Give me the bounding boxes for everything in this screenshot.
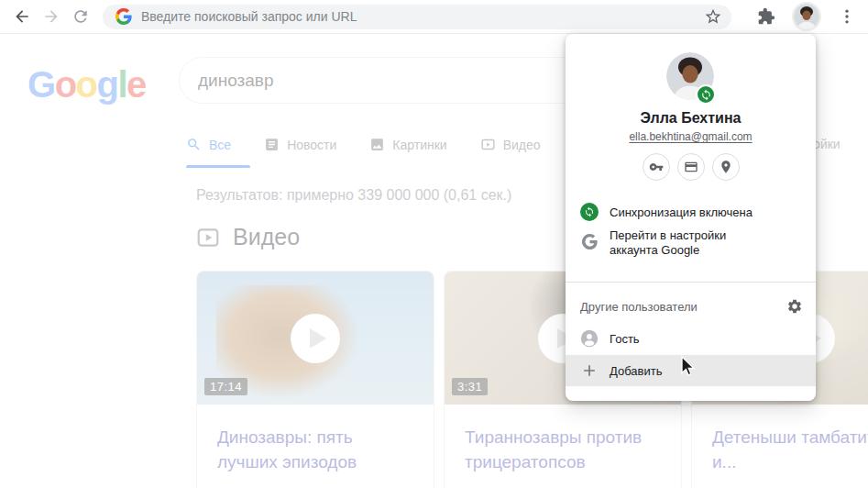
- plus-icon: [580, 361, 599, 380]
- passwords-button[interactable]: [643, 153, 670, 181]
- sync-status-row[interactable]: Синхронизация включена: [566, 195, 816, 228]
- avatar-image: [794, 4, 819, 29]
- tab-news[interactable]: Новости: [264, 137, 336, 152]
- payments-button[interactable]: [677, 153, 705, 181]
- credit-card-icon: [684, 160, 698, 174]
- video-duration-badge: 3:31: [452, 378, 488, 395]
- video-icon: [480, 137, 496, 152]
- tab-all[interactable]: Все: [186, 137, 231, 152]
- video-section-icon: [196, 226, 220, 250]
- video-title-link[interactable]: Динозавры: пять лучших эпизодов: [197, 405, 434, 474]
- images-icon: [369, 137, 385, 152]
- profile-shortcuts: [566, 153, 816, 181]
- play-button-icon[interactable]: [291, 314, 340, 363]
- active-tab-underline: [186, 165, 250, 168]
- manage-users-button[interactable]: [786, 298, 803, 315]
- tab-images[interactable]: Картинки: [369, 137, 446, 152]
- extensions-button[interactable]: [752, 2, 781, 31]
- back-button[interactable]: [7, 2, 37, 31]
- mouse-cursor: [680, 356, 697, 378]
- forward-button[interactable]: [37, 2, 66, 31]
- guest-row[interactable]: Гость: [566, 322, 816, 355]
- address-bar-placeholder: Введите поисковый запрос или URL: [141, 9, 704, 24]
- add-user-label: Добавить: [610, 364, 662, 378]
- guest-label: Гость: [610, 332, 640, 346]
- profile-menu-popup: Элла Бехтина ella.bekhtina@gmail.com Син…: [566, 34, 816, 401]
- search-tabs: Все Новости Картинки Видео: [186, 137, 541, 152]
- browser-toolbar: Введите поисковый запрос или URL: [0, 0, 868, 34]
- other-users-label: Другие пользователи: [580, 300, 698, 314]
- search-query-text: динозавр: [198, 71, 274, 91]
- google-logo[interactable]: Google: [27, 64, 146, 105]
- tab-videos[interactable]: Видео: [480, 137, 541, 152]
- video-duration-badge: 17:14: [204, 378, 247, 395]
- profile-avatar-button[interactable]: [794, 4, 819, 29]
- video-thumbnail[interactable]: 17:14: [197, 272, 434, 405]
- sync-icon: [580, 203, 599, 221]
- google-g-gray-icon: [580, 232, 599, 250]
- tab-label: Все: [209, 138, 231, 152]
- addresses-button[interactable]: [712, 153, 740, 181]
- refresh-button[interactable]: [66, 2, 95, 31]
- forward-arrow-icon: [42, 7, 60, 26]
- tab-label: Видео: [503, 138, 541, 152]
- video-title-link[interactable]: Тираннозавры против трицератопсов: [445, 405, 681, 474]
- tab-label: Новости: [287, 138, 336, 152]
- profile-email: ella.bekhtina@gmail.com: [566, 130, 816, 143]
- guest-avatar-icon: [580, 329, 599, 348]
- three-dots-icon: [838, 7, 856, 26]
- puzzle-icon: [757, 7, 775, 26]
- account-settings-label: Перейти в настройки аккаунта Google: [610, 228, 752, 258]
- results-stats: Результатов: примерно 339 000 000 (0,61 …: [196, 187, 511, 204]
- browser-menu-button[interactable]: [832, 2, 862, 31]
- refresh-icon: [71, 7, 90, 26]
- sync-status-label: Синхронизация включена: [610, 205, 753, 219]
- news-icon: [264, 137, 280, 152]
- back-arrow-icon: [13, 7, 31, 26]
- address-bar[interactable]: Введите поисковый запрос или URL: [103, 5, 731, 29]
- video-section-title: Видео: [233, 224, 300, 250]
- bookmark-star-icon[interactable]: [704, 7, 722, 26]
- gear-icon: [786, 298, 803, 315]
- video-section-header: Видео: [196, 224, 300, 250]
- video-card[interactable]: 17:14 Динозавры: пять лучших эпизодов: [196, 271, 434, 488]
- profile-name: Элла Бехтина: [566, 110, 816, 127]
- google-g-icon: [115, 8, 132, 25]
- sync-badge-icon: [696, 84, 716, 105]
- tab-label: Картинки: [392, 138, 446, 152]
- popup-divider: [566, 282, 816, 283]
- key-icon: [649, 160, 664, 174]
- account-settings-row[interactable]: Перейти в настройки аккаунта Google: [566, 228, 816, 271]
- search-icon: [186, 137, 202, 152]
- location-pin-icon: [719, 160, 733, 174]
- video-title-link[interactable]: Детеныши тамбатитани и...: [692, 405, 868, 474]
